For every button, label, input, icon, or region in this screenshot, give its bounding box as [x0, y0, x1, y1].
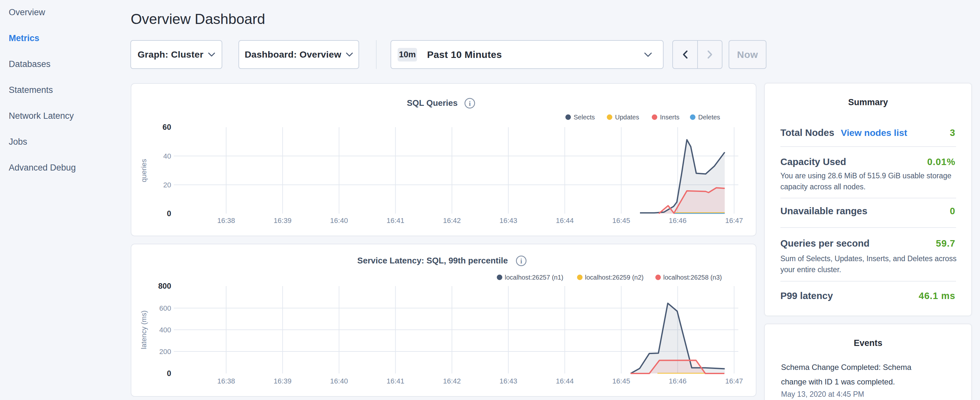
svg-text:0: 0 [167, 209, 171, 218]
svg-text:16:38: 16:38 [217, 217, 235, 225]
svg-text:16:46: 16:46 [669, 217, 687, 225]
svg-text:16:47: 16:47 [725, 377, 743, 385]
svg-text:16:42: 16:42 [443, 217, 461, 225]
svg-text:i: i [520, 257, 522, 265]
svg-text:16:46: 16:46 [669, 377, 687, 385]
svg-text:16:38: 16:38 [217, 377, 235, 385]
svg-text:Service Latency: SQL, 99th per: Service Latency: SQL, 99th percentile [357, 256, 508, 265]
svg-text:60: 60 [162, 123, 171, 131]
svg-text:200: 200 [159, 347, 171, 356]
svg-text:Inserts: Inserts [660, 113, 679, 121]
svg-text:16:43: 16:43 [500, 377, 517, 385]
svg-text:SQL Queries: SQL Queries [407, 98, 458, 108]
svg-text:16:45: 16:45 [612, 377, 630, 385]
svg-text:16:40: 16:40 [330, 377, 348, 385]
svg-text:600: 600 [159, 304, 171, 312]
svg-text:16:44: 16:44 [556, 377, 574, 385]
svg-text:latency (ms): latency (ms) [140, 310, 148, 349]
svg-text:16:45: 16:45 [612, 217, 630, 225]
svg-text:0: 0 [167, 369, 171, 378]
svg-text:800: 800 [158, 282, 171, 290]
svg-text:localhost:26258 (n3): localhost:26258 (n3) [663, 274, 722, 281]
svg-text:20: 20 [163, 181, 171, 189]
svg-text:16:40: 16:40 [330, 217, 348, 225]
svg-text:16:41: 16:41 [387, 377, 404, 385]
svg-text:Deletes: Deletes [698, 113, 720, 121]
svg-text:400: 400 [159, 326, 171, 334]
svg-text:16:44: 16:44 [556, 217, 574, 225]
svg-text:16:39: 16:39 [274, 217, 291, 225]
svg-text:16:42: 16:42 [443, 377, 461, 385]
svg-text:localhost:26259 (n2): localhost:26259 (n2) [585, 274, 644, 281]
svg-text:i: i [469, 99, 471, 107]
svg-text:16:39: 16:39 [274, 377, 291, 385]
svg-text:Selects: Selects [574, 113, 595, 121]
svg-text:localhost:26257 (n1): localhost:26257 (n1) [505, 274, 563, 281]
svg-text:16:41: 16:41 [387, 217, 404, 225]
svg-text:queries: queries [140, 159, 148, 182]
svg-text:16:43: 16:43 [500, 217, 517, 225]
svg-text:40: 40 [163, 152, 171, 160]
svg-text:16:47: 16:47 [725, 217, 743, 225]
svg-text:Updates: Updates [615, 113, 639, 121]
